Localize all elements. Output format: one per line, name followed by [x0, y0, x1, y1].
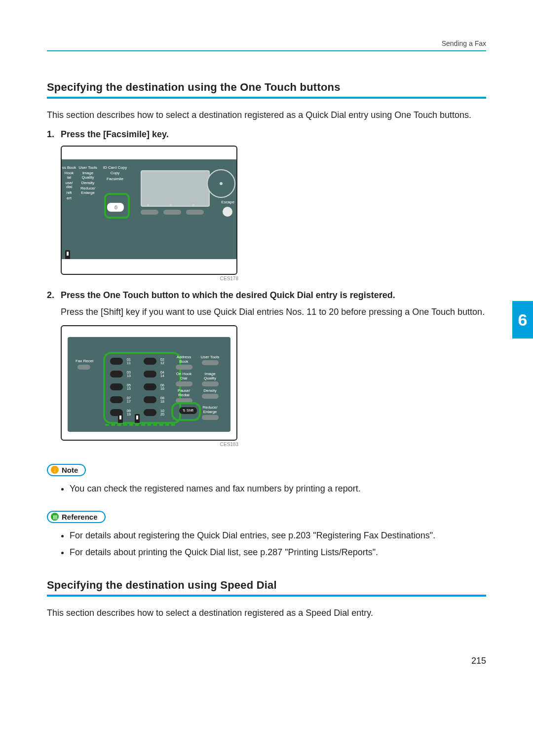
step-1: Press the [Facsimile] key. ss Book Hook …: [47, 129, 486, 281]
soft-button: [141, 210, 158, 215]
panel1-col2-l1: Image Quality: [77, 171, 98, 180]
section-underline: [47, 97, 486, 99]
section2-intro: This section describes how to select a d…: [47, 606, 486, 620]
section1-intro: This section describes how to select a d…: [47, 109, 486, 122]
soft-button: [163, 210, 181, 215]
section-title-onetouch: Specifying the destination using the One…: [47, 81, 486, 94]
chevron-down-icon: ˅: [147, 204, 150, 210]
onetouch-button: [144, 383, 156, 390]
running-header: Sending a Fax: [47, 39, 486, 47]
panel1-col1-l2: use/ dial: [62, 181, 76, 189]
section-underline: [47, 595, 486, 597]
device-panel-onetouch: Fax Recei 01 1102 12 03 1304 14 05 1506 …: [61, 325, 237, 441]
step-2: Press the One Touch button to which the …: [47, 290, 486, 447]
power-toggle-icon: [65, 250, 70, 259]
escape-label: Escape: [221, 200, 234, 204]
panel-button: [202, 360, 219, 365]
page: Sending a Fax Specifying the destination…: [0, 0, 533, 691]
onetouch-grid: 01 1102 12 03 1304 14 05 1506 16 07 1708…: [110, 356, 165, 420]
reference-item: For details about registering the Quick …: [70, 529, 486, 543]
escape-button: [223, 207, 232, 217]
note-list: You can check the registered names and f…: [47, 482, 486, 496]
step1-text: Press the [Facsimile] key.: [61, 129, 486, 140]
panel-button: [202, 415, 219, 420]
panel1-col1-l4: ert: [62, 196, 76, 200]
steps-list: Press the [Facsimile] key. ss Book Hook …: [47, 129, 486, 447]
onetouch-button: [110, 396, 123, 403]
power-toggle-icon: [118, 414, 123, 423]
note-arrow-icon: ↓: [51, 466, 59, 474]
figure-2: Fax Recei 01 1102 12 03 1304 14 05 1506 …: [61, 325, 486, 447]
note-label-text: Note: [62, 466, 78, 474]
panel-button: [202, 394, 219, 399]
chevron-down-icon: ˅: [192, 204, 195, 210]
panel-button: [176, 381, 192, 386]
panel-button: [176, 365, 192, 370]
panel1-col2-l2: Density: [77, 181, 98, 185]
chevron-down-icon: ˅: [169, 204, 172, 210]
facsimile-button-icon: ⎙: [107, 203, 124, 212]
highlight-dashed-icon: [105, 424, 175, 426]
reference-label-text: Reference: [62, 513, 98, 521]
reference-label: ▤ Reference: [47, 511, 106, 523]
panel1-col1-l3: hift: [62, 191, 76, 195]
step2-body: Press the [Shift] key if you want to use…: [61, 305, 486, 319]
figure-1: ss Book Hook ial use/ dial hift ert User…: [61, 146, 486, 281]
device-panel-facsimile: ss Book Hook ial use/ dial hift ert User…: [61, 146, 237, 275]
panel1-col2-l0: User Tools: [77, 166, 98, 170]
onetouch-button: [144, 396, 156, 403]
step2-text: Press the One Touch button to which the …: [61, 290, 486, 301]
reference-book-icon: ▤: [51, 513, 59, 521]
power-toggle-icon: [135, 414, 140, 423]
panel-button: [77, 365, 90, 370]
section-title-speeddial: Specifying the destination using Speed D…: [47, 579, 486, 592]
onetouch-button: [144, 409, 156, 416]
onetouch-button: [110, 371, 123, 378]
panel1-col3-l0: ID Card Copy: [101, 166, 129, 170]
panel1-col2-l3: Reduce/ Enlarge: [77, 187, 98, 195]
note-item: You can check the registered names and f…: [70, 482, 486, 496]
panel1-col3-l2: Facsimile: [101, 177, 129, 181]
onetouch-button: [110, 383, 123, 390]
lcd-screen: [141, 170, 210, 207]
page-number: 215: [471, 656, 486, 666]
header-rule: [47, 50, 486, 51]
note-label: ↓ Note: [47, 464, 86, 476]
reference-item: For details about printing the Quick Dia…: [70, 546, 486, 560]
onetouch-button: [110, 358, 123, 365]
figure2-caption: CES183: [61, 442, 238, 447]
reference-list: For details about registering the Quick …: [47, 529, 486, 560]
panel1-col3-l1: Copy: [101, 171, 129, 175]
onetouch-button: [144, 358, 156, 365]
panel1-col1-l1: Hook ial: [62, 171, 76, 180]
nav-dial-icon: [207, 169, 235, 198]
panel1-col1-l0: ss Book: [62, 166, 76, 170]
chapter-tab: 6: [512, 301, 533, 339]
onetouch-button: [144, 371, 156, 378]
shift-button: ⇅ Shift: [179, 407, 197, 414]
panel2-left-label: Fax Recei: [76, 359, 93, 363]
panel-button: [202, 381, 219, 386]
soft-button: [186, 210, 204, 215]
figure1-caption: CES178: [61, 276, 238, 281]
